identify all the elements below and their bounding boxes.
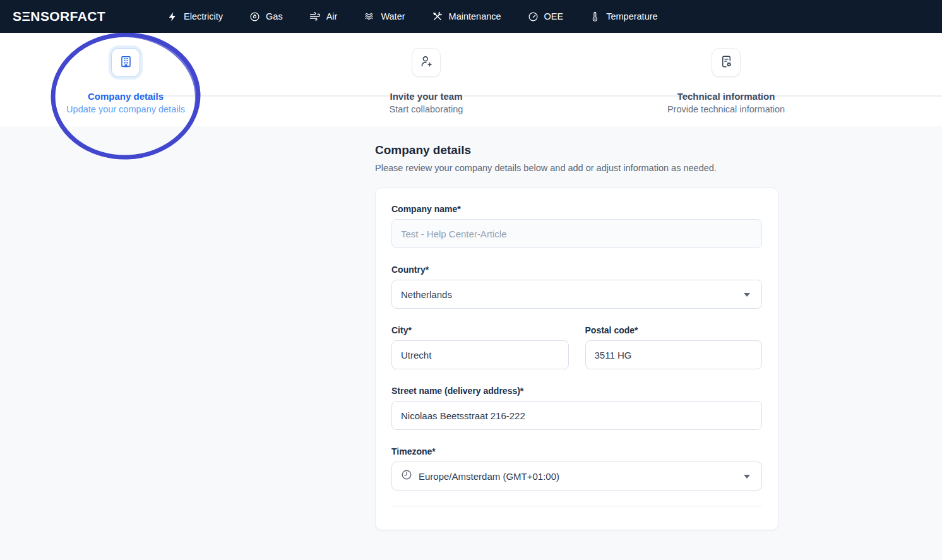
street-label: Street name (delivery address)* (391, 386, 762, 396)
nav-item-temperature[interactable]: Temperature (590, 11, 657, 22)
thermometer-icon (590, 11, 600, 22)
tools-icon (432, 11, 443, 22)
nav-item-water[interactable]: Water (364, 11, 405, 22)
gauge-icon (528, 11, 539, 22)
step-icon-box (712, 48, 741, 77)
card-divider (391, 506, 762, 506)
nav-item-label: Electricity (184, 11, 223, 21)
country-select[interactable]: Netherlands (391, 280, 762, 309)
document-gear-icon (719, 54, 734, 71)
nav-item-maintenance[interactable]: Maintenance (432, 11, 501, 22)
wind-icon (309, 11, 321, 22)
city-input[interactable] (391, 340, 569, 369)
step-technical-information[interactable]: Technical information Provide technical … (619, 48, 833, 114)
postal-code-label: Postal code* (585, 325, 763, 335)
timezone-select[interactable]: Europe/Amsterdam (GMT+01:00) (391, 462, 762, 491)
city-postal-row: City* Postal code* (391, 325, 762, 369)
chevron-down-icon (744, 475, 750, 479)
nav-item-gas[interactable]: Gas (249, 11, 283, 22)
field-street: Street name (delivery address)* (391, 386, 762, 430)
section-header: Company details Please review your compa… (375, 143, 779, 173)
step-title: Invite your team (319, 91, 534, 102)
step-title: Company details (18, 91, 233, 102)
step-invite-team[interactable]: Invite your team Start collaborating (319, 48, 534, 114)
field-country: Country* Netherlands (391, 265, 762, 309)
nav-item-oee[interactable]: OEE (528, 11, 564, 22)
field-postal-code: Postal code* (585, 325, 763, 369)
company-name-input[interactable] (391, 219, 762, 248)
timezone-label: Timezone* (391, 446, 762, 456)
step-title: Technical information (619, 91, 833, 102)
page: SΞNSORFACT Electricity Gas (0, 0, 942, 560)
step-subtitle: Start collaborating (319, 104, 534, 114)
step-icon-box (111, 48, 140, 77)
nav-item-label: OEE (544, 11, 564, 21)
company-name-label: Company name* (391, 204, 762, 214)
building-icon (119, 54, 133, 71)
top-navbar: SΞNSORFACT Electricity Gas (0, 0, 942, 33)
sensorfact-logo: SΞNSORFACT (13, 9, 105, 24)
nav-item-label: Maintenance (449, 11, 501, 21)
nav-item-label: Temperature (606, 11, 657, 21)
chevron-down-icon (744, 293, 750, 297)
step-company-details[interactable]: Company details Update your company deta… (18, 48, 233, 114)
user-plus-icon (419, 54, 434, 71)
nav-item-electricity[interactable]: Electricity (167, 11, 223, 22)
lightning-icon (167, 11, 178, 22)
country-label: Country* (391, 265, 762, 275)
field-timezone: Timezone* Europe/Amsterdam (GMT+01:00) (391, 446, 762, 491)
field-city: City* (391, 325, 569, 369)
step-icon-box (412, 48, 441, 77)
page-subtitle: Please review your company details below… (375, 163, 779, 173)
nav-item-label: Gas (266, 11, 283, 21)
company-details-card: Company name* Country* Netherlands City*… (375, 188, 778, 530)
page-title: Company details (375, 143, 779, 157)
field-company-name: Company name* (391, 204, 762, 248)
postal-code-input[interactable] (585, 340, 763, 369)
city-label: City* (391, 325, 569, 335)
step-subtitle: Provide technical information (619, 104, 833, 114)
step-subtitle: Update your company details (18, 104, 233, 114)
country-value: Netherlands (401, 289, 452, 300)
water-waves-icon (364, 11, 375, 22)
nav-item-label: Air (326, 11, 338, 21)
timezone-value: Europe/Amsterdam (GMT+01:00) (419, 471, 559, 482)
street-input[interactable] (391, 401, 762, 430)
flame-icon (249, 11, 260, 22)
nav-item-air[interactable]: Air (309, 11, 338, 22)
clock-icon (401, 469, 412, 483)
nav-menu: Electricity Gas Air (167, 11, 658, 22)
nav-item-label: Water (381, 11, 405, 21)
